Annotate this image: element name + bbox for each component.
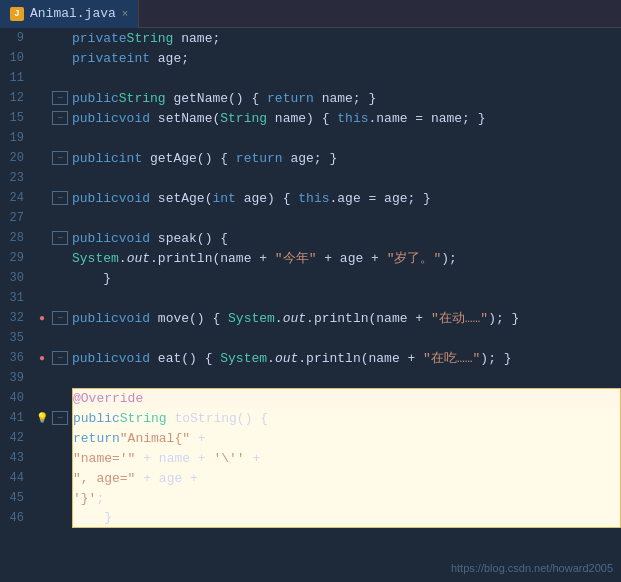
keyword: void bbox=[119, 351, 150, 366]
gutter-row: 12− bbox=[0, 88, 68, 108]
string-literal: "在动……" bbox=[431, 309, 488, 327]
string-literal: "岁了。" bbox=[387, 249, 442, 267]
gutter-row: 41💡− bbox=[0, 408, 68, 428]
line-number: 11 bbox=[0, 71, 32, 85]
close-tab-button[interactable]: × bbox=[122, 8, 129, 20]
line-number: 9 bbox=[0, 31, 32, 45]
code-line: System.out.println(name + "今年" + age + "… bbox=[72, 248, 621, 268]
fold-button[interactable]: − bbox=[52, 91, 68, 105]
keyword: public bbox=[73, 411, 120, 426]
gutter-row: 28− bbox=[0, 228, 68, 248]
gutter-row: 15− bbox=[0, 108, 68, 128]
code-line: } bbox=[72, 508, 621, 528]
code-line: public void speak() { bbox=[72, 228, 621, 248]
keyword: return bbox=[236, 151, 283, 166]
no-fold bbox=[52, 251, 68, 265]
no-fold bbox=[52, 451, 68, 465]
string-literal: ", age=" bbox=[73, 471, 135, 486]
line-number: 28 bbox=[0, 231, 32, 245]
code-line: public void eat() { System.out.println(n… bbox=[72, 348, 621, 368]
fold-button[interactable]: − bbox=[52, 151, 68, 165]
keyword: public bbox=[72, 151, 119, 166]
keyword: void bbox=[119, 111, 150, 126]
gutter-row: 36●− bbox=[0, 348, 68, 368]
gutter-row: 46 bbox=[0, 508, 68, 528]
code-line: return "Animal{" + bbox=[72, 428, 621, 448]
keyword: this bbox=[298, 191, 329, 206]
no-fold bbox=[52, 171, 68, 185]
code-line: public void move() { System.out.println(… bbox=[72, 308, 621, 328]
fold-button[interactable]: − bbox=[52, 231, 68, 245]
fold-button[interactable]: − bbox=[52, 111, 68, 125]
gutter-row: 43 bbox=[0, 448, 68, 468]
line-number: 36 bbox=[0, 351, 32, 365]
gutter-row: 29 bbox=[0, 248, 68, 268]
gutter-row: 11 bbox=[0, 68, 68, 88]
line-number: 41 bbox=[0, 411, 32, 425]
keyword: int bbox=[119, 151, 142, 166]
fold-button[interactable]: − bbox=[52, 351, 68, 365]
line-number: 46 bbox=[0, 511, 32, 525]
no-fold bbox=[52, 31, 68, 45]
code-line bbox=[72, 288, 621, 308]
code-line: '}'; bbox=[72, 488, 621, 508]
line-number: 24 bbox=[0, 191, 32, 205]
watermark: https://blog.csdn.net/howard2005 bbox=[451, 562, 613, 574]
type-name: String bbox=[120, 411, 167, 426]
fold-button[interactable]: − bbox=[52, 191, 68, 205]
fold-button[interactable]: − bbox=[52, 411, 68, 425]
code-line: @Override bbox=[72, 388, 621, 408]
string-literal: "Animal{" bbox=[120, 431, 190, 446]
keyword: private bbox=[72, 51, 127, 66]
fold-button[interactable]: − bbox=[52, 311, 68, 325]
yellow-marker-icon: 💡 bbox=[36, 412, 48, 424]
editor: 9101112−15−1920−2324−2728−29303132●−3536… bbox=[0, 28, 621, 582]
no-fold bbox=[52, 331, 68, 345]
no-fold bbox=[52, 391, 68, 405]
gutter-row: 44 bbox=[0, 468, 68, 488]
line-number: 23 bbox=[0, 171, 32, 185]
line-number: 29 bbox=[0, 251, 32, 265]
gutter-row: 32●− bbox=[0, 308, 68, 328]
red-marker-icon: ● bbox=[39, 313, 45, 324]
line-number: 12 bbox=[0, 91, 32, 105]
gutter-row: 35 bbox=[0, 328, 68, 348]
tab-animal-java[interactable]: J Animal.java × bbox=[0, 0, 139, 28]
keyword: public bbox=[72, 91, 119, 106]
gutter-row: 40 bbox=[0, 388, 68, 408]
java-icon: J bbox=[10, 7, 24, 21]
line-gutter: 9101112−15−1920−2324−2728−29303132●−3536… bbox=[0, 28, 68, 582]
string-literal: '}' bbox=[73, 491, 96, 506]
string-literal: "在吃……" bbox=[423, 349, 480, 367]
line-number: 32 bbox=[0, 311, 32, 325]
red-marker-icon: ● bbox=[39, 353, 45, 364]
code-line bbox=[72, 328, 621, 348]
string-literal: "今年" bbox=[275, 249, 317, 267]
line-number: 45 bbox=[0, 491, 32, 505]
line-number: 44 bbox=[0, 471, 32, 485]
keyword: void bbox=[119, 191, 150, 206]
type-name: System bbox=[72, 251, 119, 266]
line-number: 10 bbox=[0, 51, 32, 65]
keyword: public bbox=[72, 351, 119, 366]
gutter-row: 31 bbox=[0, 288, 68, 308]
code-line bbox=[72, 208, 621, 228]
code-line bbox=[72, 128, 621, 148]
keyword: int bbox=[212, 191, 235, 206]
code-line: public void setAge(int age) { this.age =… bbox=[72, 188, 621, 208]
gutter-row: 9 bbox=[0, 28, 68, 48]
code-line: ", age=" + age + bbox=[72, 468, 621, 488]
keyword: this bbox=[337, 111, 368, 126]
line-marker: ● bbox=[32, 353, 52, 364]
string-literal: "name='" bbox=[73, 451, 135, 466]
keyword: public bbox=[72, 311, 119, 326]
line-number: 40 bbox=[0, 391, 32, 405]
code-line: "name='" + name + '\'' + bbox=[72, 448, 621, 468]
gutter-row: 27 bbox=[0, 208, 68, 228]
code-line: private int age; bbox=[72, 48, 621, 68]
keyword: void bbox=[119, 311, 150, 326]
no-fold bbox=[52, 51, 68, 65]
gutter-row: 19 bbox=[0, 128, 68, 148]
code-line: private String name; bbox=[72, 28, 621, 48]
no-fold bbox=[52, 211, 68, 225]
